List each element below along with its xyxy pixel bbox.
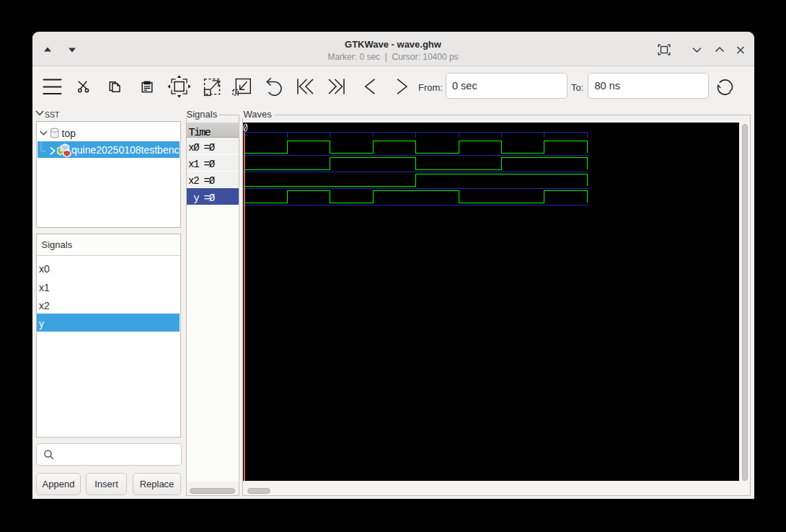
svg-text:quine20250108testbenc: quine20250108testbenc [71, 144, 179, 156]
